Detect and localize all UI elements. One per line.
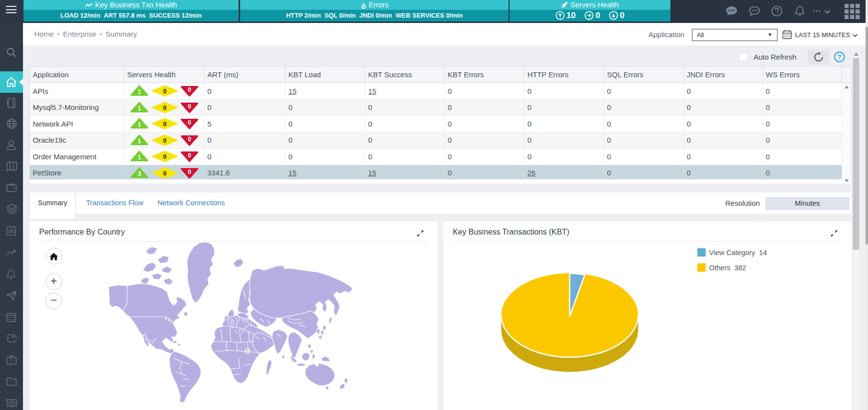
svg-text:0: 0	[163, 153, 166, 160]
svg-text:0: 0	[188, 119, 191, 126]
svg-text:0: 0	[188, 168, 191, 175]
svg-text:0: 0	[163, 104, 166, 111]
svg-text:0: 0	[188, 103, 191, 109]
svg-text:0: 0	[188, 152, 191, 159]
svg-text:0: 0	[163, 170, 166, 176]
svg-text:0: 0	[163, 137, 166, 144]
svg-text:1: 1	[137, 88, 141, 95]
svg-text:1: 1	[137, 137, 141, 144]
svg-text:3: 3	[137, 170, 141, 177]
svg-text:1: 1	[137, 105, 141, 111]
svg-text:1: 1	[137, 154, 141, 161]
svg-text:0: 0	[163, 121, 166, 128]
svg-text:0: 0	[188, 135, 191, 142]
svg-text:0: 0	[163, 88, 166, 95]
svg-text:?: ?	[838, 53, 842, 61]
svg-text:0: 0	[188, 86, 191, 93]
svg-text:1: 1	[137, 121, 141, 128]
